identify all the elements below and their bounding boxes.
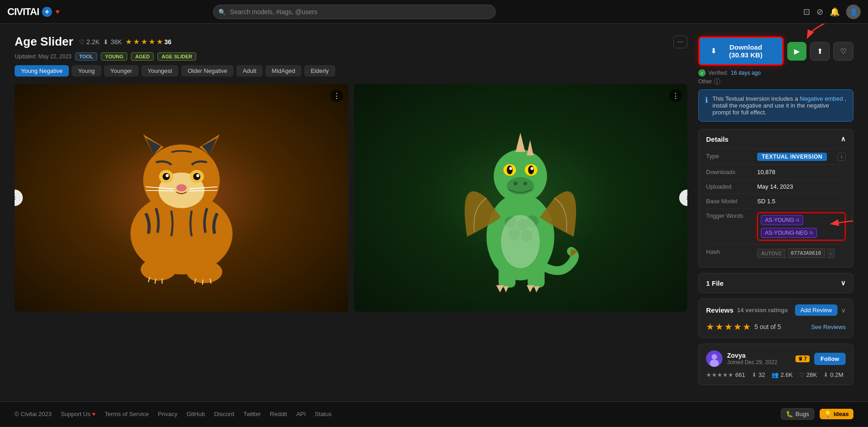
type-info-icon[interactable]: i [837, 153, 846, 161]
status-link[interactable]: Status [315, 411, 332, 417]
like-count[interactable]: ♡ 2.2K [79, 38, 100, 46]
image-gallery-wrapper: ⋮ ‹ [15, 84, 687, 312]
image-2-more-button[interactable]: ⋮ [669, 89, 682, 102]
star-rating: ★ ★ ★ ★ ★ 36 [125, 37, 172, 46]
user-avatar[interactable]: 👤 [846, 5, 861, 19]
type-label: Type [706, 153, 752, 159]
ideas-button[interactable]: 💡 Ideas [820, 409, 853, 419]
svg-point-38 [514, 181, 518, 185]
info-box-icon: ℹ [705, 96, 708, 116]
models-icon: 👥 [771, 371, 779, 378]
trigger-word-2[interactable]: AS-YOUNG-NEG ⧉ [761, 228, 817, 238]
base-model-label: Base Model [706, 198, 752, 205]
logo-heart-icon: ♥ [56, 8, 60, 16]
trigger-word-1[interactable]: AS-YOUNG ⧉ [761, 215, 803, 225]
tab-elderly[interactable]: Elderly [304, 65, 335, 77]
updated-date: Updated: May 22, 2023 [15, 53, 72, 60]
reviews-title: Reviews 14 version ratings [706, 306, 788, 314]
privacy-link[interactable]: Privacy [158, 411, 177, 417]
reddit-link[interactable]: Reddit [270, 411, 287, 417]
lightbulb-icon: 💡 [824, 411, 832, 417]
svg-marker-48 [504, 286, 509, 292]
rating-row: ★ ★ ★ ★ ★ 5 out of 5 See Reviews [699, 321, 853, 338]
details-header[interactable]: Details ∧ [699, 129, 853, 149]
share-button[interactable]: ⬆ [810, 42, 830, 61]
model-meta: Updated: May 22, 2023 TOOL YOUNG AGED AG… [15, 52, 687, 61]
detail-base-model-row: Base Model SD 1.5 [706, 194, 846, 208]
follow-button[interactable]: Follow [814, 353, 846, 365]
tab-older-negative[interactable]: Older Negative [181, 65, 234, 77]
tag-young[interactable]: YOUNG [101, 52, 127, 61]
detail-hash-row: Hash AUTOV2 077A3A9610 › [706, 244, 846, 262]
negative-embed-link[interactable]: Negative embed [800, 95, 843, 102]
tab-young-negative[interactable]: Young Negative [15, 65, 69, 77]
tab-midaged[interactable]: MidAged [265, 65, 301, 77]
version-tabs: Young Negative Young Younger Youngest Ol… [15, 65, 687, 77]
svg-line-24 [203, 279, 203, 284]
tab-youngest[interactable]: Youngest [141, 65, 179, 77]
tab-adult[interactable]: Adult [236, 65, 263, 77]
reviews-count: 14 version ratings [737, 307, 788, 314]
chevron-down-icon: ∨ [841, 279, 846, 287]
detail-trigger-row: Trigger Words AS-YOUNG ⧉ AS-YOUNG-NEG ⧉ [706, 208, 846, 244]
verified-icon: ✓ [698, 69, 706, 77]
main-content: Age Slider ♡ 2.2K ⬇ 38K ★ ★ ★ ★ ★ 36 [0, 24, 868, 391]
stat-stars: ★★★★★ 661 [706, 371, 745, 378]
download-button[interactable]: ⬇ Download (30.93 KB) [698, 36, 784, 66]
svg-point-56 [712, 354, 717, 360]
copy-icon-1: ⧉ [796, 217, 799, 223]
twitter-link[interactable]: Twitter [244, 411, 261, 417]
add-review-button[interactable]: Add Review [795, 304, 837, 316]
svg-marker-50 [534, 286, 540, 292]
search-icon: 🔍 [218, 8, 226, 15]
discord-link[interactable]: Discord [214, 411, 234, 417]
files-header[interactable]: 1 File ∨ [699, 273, 853, 293]
more-options-button[interactable]: ··· [673, 36, 687, 48]
api-link[interactable]: API [296, 411, 306, 417]
terms-link[interactable]: Terms of Service [105, 411, 149, 417]
tiger-image [15, 84, 348, 312]
play-button[interactable]: ▶ [787, 42, 806, 61]
save-button[interactable]: ♡ [833, 42, 853, 61]
gallery-image-1: ⋮ ‹ [15, 84, 348, 312]
crown-level: 7 [804, 356, 807, 361]
bugs-button[interactable]: 🐛 Bugs [781, 408, 814, 420]
likes-icon: ♡ [799, 371, 805, 378]
copy-icon-2: ⧉ [810, 230, 813, 236]
eye-slash-icon[interactable]: ⊘ [816, 7, 823, 17]
detail-type-row: Type TEXTUAL INVERSION i [706, 149, 846, 165]
detail-downloads-row: Downloads 10,878 [706, 165, 846, 179]
tag-aged[interactable]: AGED [131, 52, 154, 61]
footer-right: 🐛 Bugs 💡 Ideas [781, 408, 853, 420]
stars-icon: ★★★★★ [706, 371, 733, 378]
stat-models: 👥 2.6K [771, 371, 793, 378]
rating-text: 5 out of 5 [754, 323, 781, 330]
svg-point-28 [494, 149, 547, 203]
followers-icon: ⬇ [823, 371, 828, 378]
monitor-icon[interactable]: ⊡ [803, 7, 810, 17]
tag-tool[interactable]: TOOL [75, 52, 97, 61]
see-reviews-link[interactable]: See Reviews [811, 324, 846, 330]
logo-plus-button[interactable]: + [42, 7, 52, 17]
creator-stats: ★★★★★ 661 ⬇ 32 👥 2.6K ♡ 28K ⬇ 0.2M [706, 371, 846, 378]
creator-name[interactable]: Zovya [727, 352, 791, 359]
stat-likes-value: 28K [806, 371, 817, 378]
search-input[interactable] [213, 5, 496, 19]
verified-row: ✓ Verified: 16 days ago [698, 69, 853, 77]
logo[interactable]: CIVITAI + ♥ [7, 6, 59, 18]
svg-point-13 [177, 184, 187, 191]
tag-ageslider[interactable]: AGE SLIDER [157, 52, 196, 61]
header-right: ⊡ ⊘ 🔔 👤 [803, 5, 861, 19]
stat-likes: ♡ 28K [799, 371, 817, 378]
support-us-link[interactable]: Support Us ♥ [61, 411, 95, 417]
github-link[interactable]: GitHub [187, 411, 205, 417]
hash-more-button[interactable]: › [827, 249, 835, 258]
base-model-value: SD 1.5 [757, 198, 775, 205]
crown-icon: ♛ [798, 356, 803, 362]
tab-young[interactable]: Young [72, 65, 101, 77]
detail-uploaded-row: Uploaded May 14, 2023 [706, 179, 846, 194]
header: CIVITAI + ♥ 🔍 ⊡ ⊘ 🔔 👤 [0, 0, 868, 24]
tab-younger[interactable]: Younger [104, 65, 139, 77]
image-1-more-button[interactable]: ⋮ [330, 89, 343, 102]
bell-icon[interactable]: 🔔 [830, 7, 840, 17]
